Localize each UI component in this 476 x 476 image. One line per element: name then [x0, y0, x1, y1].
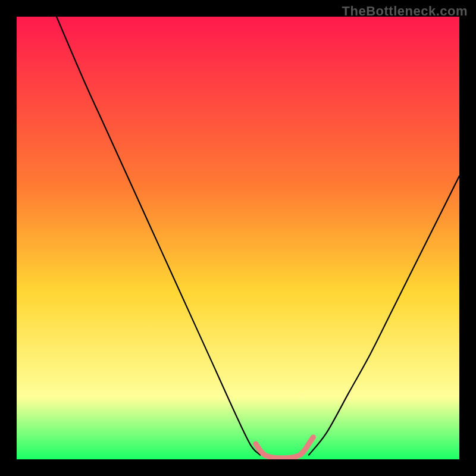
gradient-background: [17, 17, 459, 459]
chart-svg: [17, 17, 459, 459]
watermark-text: TheBottleneck.com: [342, 4, 468, 19]
bottleneck-chart: [17, 17, 459, 459]
